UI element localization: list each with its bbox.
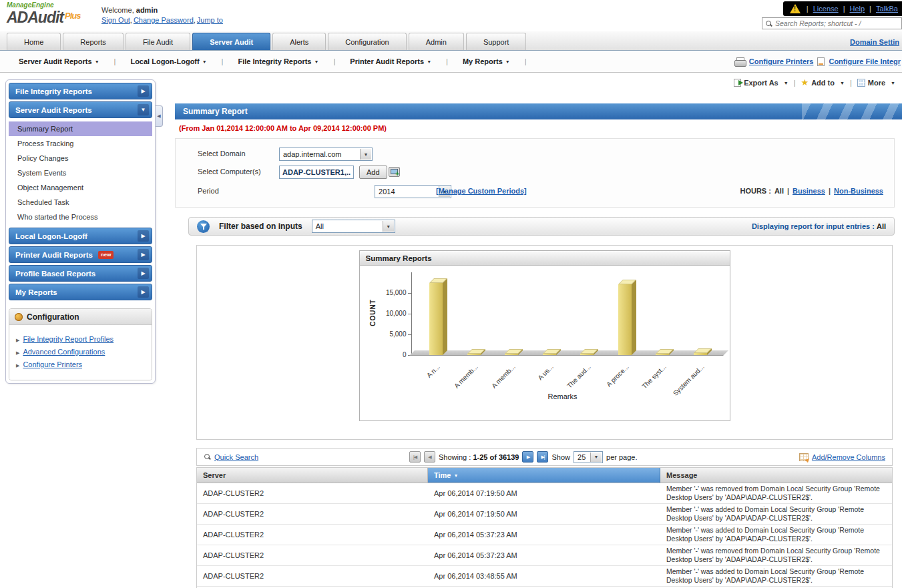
- chart-bar-system-aud[interactable]: [694, 353, 707, 355]
- chevron-right-icon[interactable]: [138, 286, 149, 298]
- search-input[interactable]: [775, 19, 899, 27]
- menu-server-audit-reports[interactable]: Server Audit Reports: [19, 57, 99, 65]
- sidebar-item-process-tracking[interactable]: Process Tracking: [9, 136, 152, 151]
- chevron-right-icon[interactable]: [138, 230, 149, 242]
- separator: |: [843, 5, 845, 13]
- config-link-file-integrity-report-profiles[interactable]: File Integrity Report Profiles: [23, 335, 114, 343]
- column-header-time[interactable]: Time: [428, 468, 660, 483]
- table-row[interactable]: ADAP-CLUSTER2Apr 06,2014 07:19:50 AMMemb…: [197, 504, 892, 525]
- license-link[interactable]: License: [813, 5, 839, 13]
- hours-business-link[interactable]: Business: [793, 187, 825, 195]
- filter-bar: Filter based on inputs All Displaying re…: [188, 217, 895, 236]
- username: admin: [136, 6, 158, 14]
- chart-bar-a-n[interactable]: [429, 283, 443, 355]
- column-header-server[interactable]: Server: [197, 468, 428, 483]
- sidebar-section-profile-based-reports[interactable]: Profile Based Reports: [9, 265, 152, 282]
- chevron-down-icon[interactable]: [138, 104, 149, 115]
- plus-label: Plus: [65, 11, 80, 21]
- menu-my-reports[interactable]: My Reports: [463, 57, 510, 65]
- sidebar-section-label: Profile Based Reports: [15, 270, 95, 278]
- configure-printers-link[interactable]: Configure Printers: [749, 57, 814, 65]
- tab-home[interactable]: Home: [7, 33, 61, 50]
- last-page-button[interactable]: ▶|: [537, 451, 548, 463]
- sidebar-section-server-audit-reports[interactable]: Server Audit Reports: [9, 101, 152, 118]
- sidebar-collapse-handle[interactable]: [156, 105, 163, 127]
- chevron-right-icon[interactable]: [138, 85, 149, 97]
- config-link-configure-printers[interactable]: Configure Printers: [23, 360, 82, 368]
- talkback-link[interactable]: TalkBa: [876, 5, 898, 13]
- chart-bar-a-proce[interactable]: [618, 284, 632, 355]
- first-page-button[interactable]: |◀: [409, 451, 421, 463]
- chart-bar-a-memb[interactable]: [467, 354, 481, 355]
- quick-search-link[interactable]: Quick Search: [214, 453, 258, 461]
- warning-icon[interactable]: [790, 4, 801, 13]
- tab-server-audit[interactable]: Server Audit: [192, 33, 270, 50]
- add-remove-columns-link[interactable]: Add/Remove Columns: [812, 453, 885, 461]
- table-row[interactable]: ADAP-CLUSTER2Apr 06,2014 05:37:23 AMMemb…: [197, 545, 892, 566]
- tab-admin[interactable]: Admin: [409, 33, 464, 50]
- tab-support[interactable]: Support: [466, 33, 527, 50]
- sidebar-item-scheduled-task[interactable]: Scheduled Task: [9, 195, 152, 210]
- chevron-right-icon[interactable]: [138, 249, 149, 260]
- select-domain-label: Select Domain: [198, 150, 246, 158]
- filter-select[interactable]: All: [312, 220, 395, 233]
- sidebar-item-who-started-the-process[interactable]: Who started the Process: [9, 210, 152, 224]
- table-row[interactable]: ADAP-CLUSTER2Apr 06,2014 07:19:50 AMMemb…: [197, 483, 892, 504]
- config-links: File Integrity Report ProfilesAdvanced C…: [9, 325, 152, 380]
- domain-select[interactable]: adap.internal.com: [279, 148, 373, 161]
- sidebar-section-file-integrity-reports[interactable]: File Integrity Reports: [9, 83, 152, 99]
- configure-file-integrity-link[interactable]: Configure File Integr: [829, 57, 901, 65]
- chart-bar-the-aud[interactable]: [580, 354, 594, 355]
- showing-label: Showing :: [439, 453, 471, 461]
- help-link[interactable]: Help: [849, 5, 865, 13]
- sidebar-item-system-events[interactable]: System Events: [9, 166, 152, 180]
- more-button[interactable]: More: [857, 79, 895, 87]
- sidebar-section-printer-audit-reports[interactable]: Printer Audit Reportsnew: [9, 246, 152, 263]
- domain-settings-link[interactable]: Domain Settin: [850, 38, 899, 46]
- sidebar-item-object-management[interactable]: Object Management: [9, 180, 152, 195]
- column-header-message[interactable]: Message: [660, 468, 892, 483]
- tab-file-audit[interactable]: File Audit: [126, 33, 190, 50]
- adaudit-page: ManageEngine ADAuditPlus Welcome, admin …: [0, 0, 902, 588]
- hours-all[interactable]: All: [774, 187, 784, 195]
- chart-bar-the-syst[interactable]: [656, 354, 669, 355]
- export-as-button[interactable]: Export As: [734, 79, 788, 87]
- chevron-right-icon[interactable]: [138, 268, 149, 279]
- sidebar-section-my-reports[interactable]: My Reports: [9, 284, 152, 300]
- jump-to-link[interactable]: Jump to: [197, 16, 223, 24]
- triangle-bullet-icon: [16, 335, 19, 343]
- chart-bar-a-us[interactable]: [543, 354, 556, 355]
- show-label: Show: [551, 453, 570, 461]
- cell-time: Apr 06,2014 05:37:23 AM: [428, 525, 660, 545]
- menu-printer-audit-reports[interactable]: Printer Audit Reports: [350, 57, 431, 65]
- tab-alerts[interactable]: Alerts: [272, 33, 326, 50]
- sidebar-item-policy-changes[interactable]: Policy Changes: [9, 151, 152, 166]
- sidebar-item-summary-report[interactable]: Summary Report: [9, 121, 152, 136]
- menu-local-logon-logoff[interactable]: Local Logon-Logoff: [130, 57, 206, 65]
- manage-custom-periods-link[interactable]: [Manage Custom Periods]: [436, 187, 527, 195]
- menu-file-integrity-reports[interactable]: File Integrity Reports: [238, 57, 318, 65]
- change-password-link[interactable]: Change Password: [134, 16, 197, 24]
- top-bar: ManageEngine ADAuditPlus Welcome, admin …: [0, 0, 902, 31]
- next-page-button[interactable]: ▶: [522, 451, 533, 463]
- select-computer-icon-button[interactable]: [389, 167, 400, 177]
- table-row[interactable]: ADAP-CLUSTER2Apr 06,2014 05:37:23 AMMemb…: [197, 525, 892, 545]
- prev-page-button[interactable]: ◀: [424, 451, 435, 463]
- sidebar-section-local-logon-logoff[interactable]: Local Logon-Logoff: [9, 228, 152, 244]
- triangle-bullet-icon: [16, 360, 19, 368]
- export-as-label: Export As: [744, 79, 778, 87]
- chart-bar-a-memb[interactable]: [505, 354, 518, 355]
- sign-out-link[interactable]: Sign Out: [101, 16, 134, 24]
- chart-panel: Summary Reports 05,00010,00015,000COUNTA…: [196, 245, 893, 440]
- table-row[interactable]: ADAP-CLUSTER2Apr 06,2014 03:48:55 AMMemb…: [197, 566, 892, 587]
- tab-configuration[interactable]: Configuration: [328, 33, 406, 50]
- add-computer-button[interactable]: Add: [359, 166, 387, 179]
- tab-reports[interactable]: Reports: [63, 33, 124, 50]
- pagination-bar: Quick Search |◀ ◀ Showing : 1-25 of 3613…: [196, 448, 893, 466]
- page-size-select[interactable]: 25: [574, 451, 603, 463]
- add-to-button[interactable]: Add to: [801, 79, 845, 87]
- config-link-advanced-configurations[interactable]: Advanced Configurations: [23, 348, 105, 356]
- hours-non-business-link[interactable]: Non-Business: [834, 187, 883, 195]
- computers-input[interactable]: [279, 166, 354, 179]
- filter-status-label: Displaying report for input entries :: [752, 222, 875, 230]
